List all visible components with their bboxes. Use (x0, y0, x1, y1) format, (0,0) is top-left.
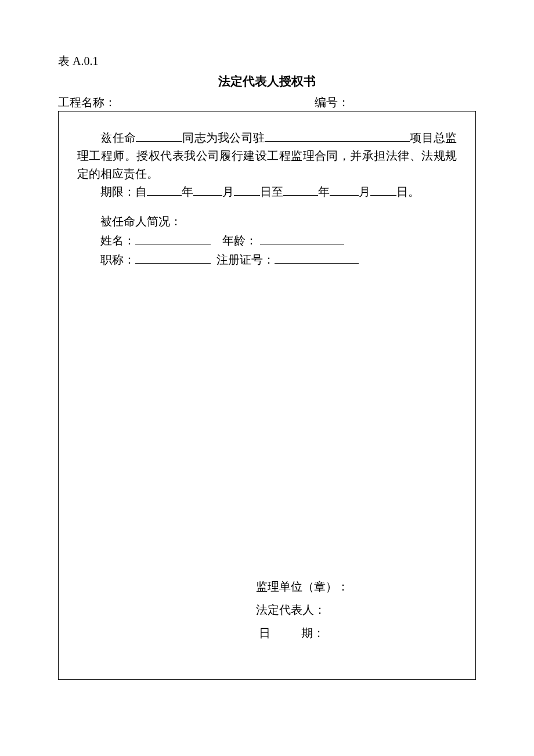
text-month1: 月 (222, 185, 234, 198)
blank-from-year[interactable] (147, 183, 182, 196)
org-seal-label: 监理单位（章）： (256, 575, 349, 598)
signature-block: 监理单位（章）： 法定代表人： 日期： (256, 575, 349, 645)
jobtitle-label: 职称： (100, 253, 135, 266)
blank-age[interactable] (260, 232, 344, 244)
blank-name[interactable] (135, 232, 211, 244)
form-box: 兹任命同志为我公司驻项目总监理工程师。授权代表我公司履行建设工程监理合同，并承担… (58, 111, 476, 680)
text-year1: 年 (182, 185, 193, 198)
text-day-end: 日。 (396, 185, 420, 198)
date-label: 日期： (256, 621, 349, 645)
brief-label-line: 被任命人简况： (77, 213, 457, 231)
legal-rep-label: 法定代表人： (256, 598, 349, 621)
text-appoint-pre: 兹任命 (100, 131, 136, 144)
text-month2: 月 (359, 185, 370, 198)
text-year2: 年 (318, 185, 330, 198)
header-row: 工程名称： 编号： (58, 93, 476, 111)
blank-jobtitle[interactable] (135, 251, 211, 264)
text-day-to: 日至 (260, 185, 283, 198)
text-appoint-mid: 同志为我公司驻 (182, 131, 265, 144)
blank-appointee-name[interactable] (136, 129, 182, 142)
age-label: 年龄： (222, 234, 257, 247)
name-age-row: 姓名： 年龄： (77, 232, 457, 250)
regno-label: 注册证号： (217, 253, 275, 266)
blank-from-month[interactable] (193, 183, 222, 196)
blank-to-year[interactable] (283, 183, 318, 196)
brief-label: 被任命人简况： (100, 215, 182, 228)
title-reg-row: 职称： 注册证号： (77, 251, 457, 269)
period-line: 期限：自年月日至年月日。 (77, 183, 457, 201)
blank-from-day[interactable] (234, 183, 260, 196)
project-name-label: 工程名称： (58, 93, 309, 111)
text-period-pre: 期限：自 (100, 185, 147, 198)
document-title: 法定代表人授权书 (58, 73, 476, 91)
blank-to-month[interactable] (330, 183, 359, 196)
blank-to-day[interactable] (370, 183, 396, 196)
appointment-paragraph: 兹任命同志为我公司驻项目总监理工程师。授权代表我公司履行建设工程监理合同，并承担… (77, 129, 457, 183)
name-label: 姓名： (100, 234, 135, 247)
blank-project[interactable] (265, 129, 410, 142)
table-id: 表 A.0.1 (58, 52, 476, 70)
blank-regno[interactable] (275, 251, 359, 264)
serial-number-label: 编号： (309, 93, 476, 111)
